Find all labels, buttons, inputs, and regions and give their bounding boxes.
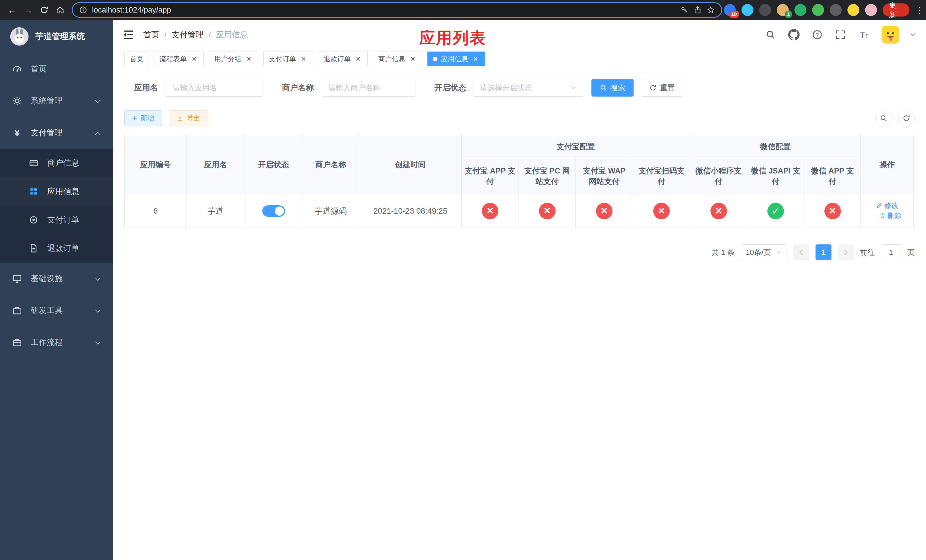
back-button[interactable]: ← bbox=[5, 3, 20, 17]
browser-menu-icon[interactable]: ⋮ bbox=[915, 5, 921, 15]
col-header: 应用编号 bbox=[125, 135, 186, 194]
close-icon[interactable] bbox=[409, 55, 417, 63]
extension-icon[interactable] bbox=[759, 4, 771, 16]
close-icon[interactable] bbox=[354, 55, 362, 63]
app-name-input[interactable] bbox=[165, 79, 263, 97]
export-button[interactable]: 导出 bbox=[169, 110, 208, 126]
refresh-table-button[interactable] bbox=[898, 110, 915, 127]
caret-down-icon[interactable] bbox=[911, 32, 917, 38]
breadcrumb-home[interactable]: 首页 bbox=[143, 29, 159, 40]
filter-form: 应用名 商户名称 开启状态 请选择开启状态 搜索 重置 bbox=[124, 79, 915, 97]
refresh-icon bbox=[649, 84, 657, 91]
extension-icon[interactable] bbox=[812, 4, 824, 16]
close-icon[interactable] bbox=[190, 55, 198, 63]
key-icon[interactable] bbox=[680, 6, 689, 14]
tab-process-form[interactable]: 流程表单 bbox=[154, 51, 204, 67]
export-button-label: 导出 bbox=[187, 114, 200, 123]
sidebar-item-pay-order[interactable]: 支付订单 bbox=[0, 206, 113, 234]
add-button[interactable]: 新增 bbox=[124, 110, 162, 126]
font-size-icon[interactable]: TT bbox=[858, 29, 870, 41]
extension-icon[interactable]: 10 bbox=[724, 4, 736, 16]
extension-badge: 10 bbox=[729, 11, 738, 18]
sidebar-item-infrastructure[interactable]: 基础设施 bbox=[0, 263, 113, 295]
sidebar-item-refund-order[interactable]: 退款订单 bbox=[0, 234, 113, 263]
sidebar-toggle[interactable] bbox=[122, 29, 135, 41]
pin-extension-icon[interactable] bbox=[830, 4, 842, 16]
delete-button[interactable]: 删除 bbox=[879, 211, 902, 221]
app-logo[interactable]: 芋道管理系统 bbox=[0, 20, 113, 53]
tab-refund-order[interactable]: 退款订单 bbox=[318, 51, 368, 67]
active-dot-icon bbox=[433, 57, 437, 61]
sidebar-item-home[interactable]: 首页 bbox=[0, 53, 113, 85]
edit-button[interactable]: 修改 bbox=[876, 201, 899, 210]
reload-button[interactable] bbox=[37, 3, 51, 17]
chevron-right-icon bbox=[842, 250, 848, 255]
tab-home[interactable]: 首页 bbox=[124, 51, 149, 67]
next-page-button[interactable] bbox=[838, 244, 854, 260]
breadcrumb-current: 应用信息 bbox=[216, 29, 248, 40]
extension-icon[interactable] bbox=[847, 4, 859, 16]
tab-merchant-info[interactable]: 商户信息 bbox=[373, 51, 422, 67]
status-label: 开启状态 bbox=[434, 82, 466, 93]
search-button[interactable]: 搜索 bbox=[592, 79, 634, 97]
sidebar-item-system[interactable]: 系统管理 bbox=[0, 85, 113, 117]
page-size-select[interactable]: 10条/页 bbox=[741, 244, 787, 260]
top-navbar: 首页 支付管理 应用信息 应用列表 ? bbox=[113, 20, 926, 50]
toggle-search-button[interactable] bbox=[875, 110, 892, 127]
update-button[interactable]: 更新 bbox=[883, 3, 909, 17]
tab-pay-order[interactable]: 支付订单 bbox=[263, 51, 313, 67]
breadcrumb-separator bbox=[209, 30, 211, 39]
browser-profile-avatar[interactable] bbox=[865, 4, 877, 16]
close-icon[interactable] bbox=[472, 55, 480, 63]
close-icon[interactable] bbox=[245, 55, 253, 63]
group-header-wechat: 微信配置 bbox=[690, 135, 861, 158]
status-switch[interactable] bbox=[262, 205, 285, 217]
target-icon bbox=[28, 214, 39, 226]
extension-icon[interactable]: 1 bbox=[777, 4, 789, 16]
sidebar-item-workflow[interactable]: 工作流程 bbox=[0, 327, 113, 358]
sidebar-item-payment[interactable]: ¥ 支付管理 bbox=[0, 117, 113, 149]
col-header: 创建时间 bbox=[359, 135, 461, 194]
help-icon[interactable]: ? bbox=[811, 29, 823, 41]
url-bar[interactable]: localhost:1024/pay/app bbox=[72, 2, 722, 18]
tab-app-info[interactable]: 应用信息 bbox=[427, 51, 485, 67]
cell-merchant-name: 芋道源码 bbox=[303, 194, 359, 228]
yen-icon: ¥ bbox=[11, 127, 23, 138]
wechat-app-status-icon bbox=[825, 203, 841, 219]
fullscreen-icon[interactable] bbox=[835, 29, 846, 41]
sidebar-item-dev-tools[interactable]: 研发工具 bbox=[0, 295, 113, 327]
tab-user-group[interactable]: 用户分组 bbox=[209, 51, 258, 67]
sidebar-item-label: 研发工具 bbox=[31, 305, 63, 316]
chevron-down-icon bbox=[777, 250, 782, 255]
user-avatar[interactable] bbox=[882, 26, 899, 44]
cell-app-id: 6 bbox=[125, 194, 186, 228]
sidebar-item-merchant-info[interactable]: 商户信息 bbox=[0, 149, 113, 177]
status-select[interactable]: 请选择开启状态 bbox=[473, 79, 584, 97]
bookmark-star-icon[interactable] bbox=[707, 6, 715, 14]
url-text: localhost:1024/pay/app bbox=[92, 6, 171, 15]
current-page-button[interactable]: 1 bbox=[816, 244, 831, 260]
chevron-down-icon bbox=[96, 308, 101, 313]
breadcrumb-payment[interactable]: 支付管理 bbox=[172, 29, 204, 40]
home-button[interactable] bbox=[53, 3, 67, 17]
reset-button[interactable]: 重置 bbox=[641, 79, 683, 97]
share-icon[interactable] bbox=[693, 6, 702, 14]
sidebar-item-app-info[interactable]: 应用信息 bbox=[0, 177, 113, 206]
forward-button[interactable]: → bbox=[21, 3, 35, 17]
sidebar-item-label: 工作流程 bbox=[31, 337, 63, 348]
extension-icon[interactable] bbox=[794, 4, 806, 16]
goto-page-input[interactable] bbox=[881, 244, 901, 260]
trash-icon bbox=[879, 212, 886, 219]
plus-icon bbox=[132, 114, 137, 123]
col-header: 应用名 bbox=[186, 135, 245, 194]
search-icon[interactable] bbox=[765, 29, 776, 41]
browser-extensions-area: 10 1 更新 ⋮ bbox=[724, 3, 921, 17]
app-logo-icon bbox=[10, 27, 29, 45]
chevron-down-icon bbox=[572, 85, 577, 90]
merchant-name-input[interactable] bbox=[321, 79, 415, 97]
close-icon[interactable] bbox=[300, 55, 307, 63]
monitor-icon bbox=[11, 273, 23, 284]
github-icon[interactable] bbox=[788, 29, 800, 41]
extension-icon[interactable] bbox=[741, 4, 754, 16]
prev-page-button[interactable] bbox=[793, 244, 809, 260]
